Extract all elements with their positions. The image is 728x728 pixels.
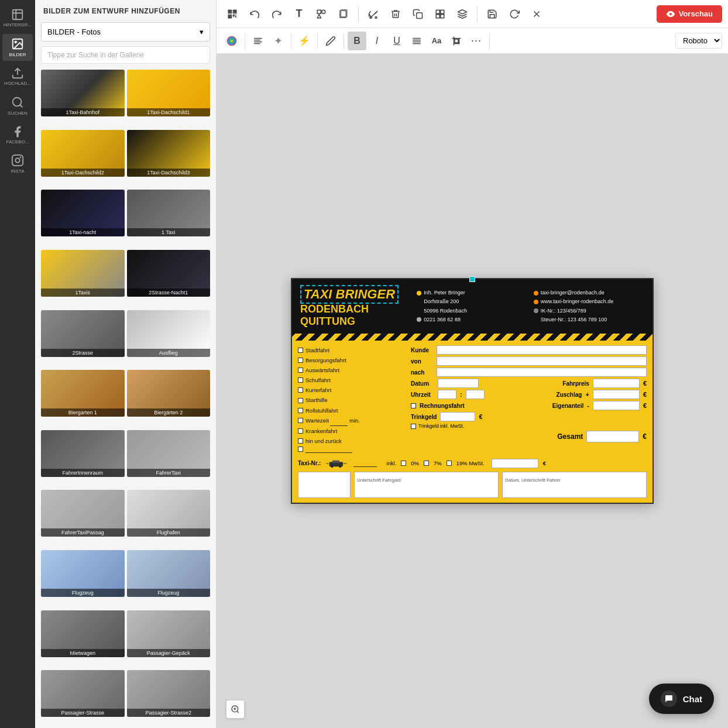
gallery-item-fahrertaxi[interactable]: FahrerTaxi [127, 430, 211, 477]
cb-hinundzurueck-box[interactable] [298, 438, 303, 444]
gallery-item-1taxis[interactable]: 1Taxis [41, 250, 125, 297]
gallery-item-flughafen[interactable]: Flughafen [127, 490, 211, 537]
align-button[interactable] [249, 32, 267, 50]
cb-hinundzurueck-label: hin und zurück [305, 436, 342, 446]
gallery-item-taxi-dachschild3[interactable]: 1Taxi-Dachschild3 [127, 130, 211, 177]
redo-button[interactable] [267, 4, 287, 24]
text-button[interactable]: T [289, 4, 309, 24]
italic-button[interactable]: I [368, 32, 386, 50]
zuschlag-input[interactable] [593, 390, 640, 399]
copy-button[interactable] [408, 4, 428, 24]
nach-input[interactable] [437, 368, 647, 377]
sidebar-item-hochladen[interactable]: HOCHLAD... [2, 63, 33, 90]
save-button[interactable] [482, 4, 502, 24]
close-button[interactable] [527, 4, 547, 24]
lightning-button[interactable]: ⚡ [295, 32, 314, 50]
tb2-divider-4 [344, 33, 344, 49]
font-select[interactable]: Roboto [675, 33, 722, 49]
gallery-item-fahrerinnenraum[interactable]: FahrerInnenraum [41, 430, 125, 477]
datum-input[interactable] [438, 379, 479, 388]
svg-point-3 [13, 97, 22, 106]
shapes-button[interactable] [311, 4, 331, 24]
cb-krankenfahrt-box[interactable] [298, 428, 303, 434]
gallery-item-passagier-strasse2[interactable]: Passagier-Strasse2 [127, 670, 211, 717]
gallery-item-passagier-strasse[interactable]: Passagier-Strasse [41, 670, 125, 717]
gesamt-input[interactable] [586, 431, 639, 442]
text-size-button[interactable]: Aa [427, 32, 446, 50]
fahrpreis-input[interactable] [593, 379, 640, 388]
cb-besorgungsfahrt-box[interactable] [298, 358, 303, 363]
cb-schulfahrt-box[interactable] [298, 377, 303, 383]
refresh-button[interactable] [504, 4, 524, 24]
von-input[interactable] [437, 356, 647, 366]
svg-point-18 [375, 16, 377, 18]
sidebar-item-bilder[interactable]: BILDER [2, 34, 33, 61]
bold-button[interactable]: B [348, 32, 366, 50]
receipt-title: TAXI BRINGER RODENBACH QUITTUNG [300, 285, 411, 328]
gallery-item-taxi-dachschild1[interactable]: 1Taxi-Dachschild1 [127, 70, 211, 116]
arrange-button[interactable] [430, 4, 450, 24]
cb-trinkgeld-mwst[interactable] [411, 424, 416, 429]
chat-widget[interactable]: Chat [649, 684, 714, 714]
gallery-item-2strasse-nacht1[interactable]: 2Strasse-Nacht1 [127, 250, 211, 297]
gallery-item-1taxi[interactable]: 1 Taxi [127, 190, 211, 236]
sidebar-item-hintergrund[interactable]: HINTERGR... [2, 5, 33, 32]
gallery-item-flugzeug2[interactable]: Flugzeug [127, 550, 211, 597]
gallery-item-flugzeug1[interactable]: Flugzeug [41, 550, 125, 597]
pen-button[interactable] [321, 32, 340, 50]
uhrzeit-input1[interactable] [438, 390, 456, 399]
cb-rechnung[interactable] [411, 403, 416, 408]
gallery-search-input[interactable]: Tippe zur Suche in der Gallerie [41, 46, 210, 64]
gallery-label-passagier-strasse: Passagier-Strasse [41, 709, 125, 717]
eigenanteil-input[interactable] [593, 401, 640, 410]
gallery-item-taxi-bahnhof[interactable]: 1Taxi-Bahnhof [41, 70, 125, 116]
sidebar-item-suchen[interactable]: SUCHEN [2, 92, 33, 119]
more-button[interactable]: ··· [467, 32, 486, 50]
cb-stadtfahrt: Stadtfahrt [298, 345, 406, 355]
pages-button[interactable] [334, 4, 353, 24]
color-button[interactable] [222, 32, 241, 50]
gallery-item-taxi-dachschild2[interactable]: 1Taxi-Dachschild2 [41, 130, 125, 177]
text-align-button[interactable] [407, 32, 426, 50]
preview-button[interactable]: Vorschau [657, 5, 722, 23]
cb-starthilfe-box[interactable] [298, 398, 303, 403]
cb-kurierfahrt-box[interactable] [298, 387, 303, 393]
cb-0pct[interactable] [401, 461, 406, 466]
sidebar-item-instagram[interactable]: INSTA [2, 150, 33, 177]
cb-extra-box[interactable] [298, 447, 303, 452]
uhrzeit-input2[interactable] [466, 390, 485, 399]
gallery-item-fahrertaxipassag[interactable]: FahrerTaxiPassag [41, 490, 125, 537]
cb-stadtfahrt-label: Stadtfahrt [305, 345, 329, 355]
selection-handle-top[interactable] [469, 276, 475, 282]
cb-wartezeit-box[interactable] [298, 418, 303, 423]
crop-button[interactable] [447, 32, 466, 50]
underline-label: U [393, 36, 400, 46]
cut-button[interactable] [363, 4, 383, 24]
zoom-control[interactable] [226, 700, 245, 719]
undo-button[interactable] [245, 4, 265, 24]
delete-button[interactable] [386, 4, 406, 24]
cb-rollstuhlfahrt-box[interactable] [298, 408, 303, 413]
gallery-item-taxi-nacht[interactable]: 1Taxi-nacht [41, 190, 125, 236]
gallery-item-biergarten1[interactable]: Biergarten 1 [41, 370, 125, 417]
layers-button[interactable] [452, 4, 472, 24]
cb-19pct[interactable] [447, 461, 452, 466]
qr-button[interactable] [222, 4, 242, 24]
sparkle-button[interactable]: ✦ [269, 32, 287, 50]
sidebar-item-facebook[interactable]: FACEBO... [2, 122, 33, 149]
cb-7pct[interactable] [424, 461, 429, 466]
mwst-amount-input[interactable] [492, 459, 538, 468]
cb-stadtfahrt-box[interactable] [298, 348, 303, 353]
gallery-item-ausflieg[interactable]: Ausflieg [127, 310, 211, 357]
cb-auswaertsfahrt-box[interactable] [298, 368, 303, 373]
gallery-item-biergarten2[interactable]: Biergärten 2 [127, 370, 211, 417]
underline-button[interactable]: U [387, 32, 406, 50]
cb-hinundzurueck: hin und zurück [298, 436, 406, 446]
gallery-item-2strasse[interactable]: 2Strasse [41, 310, 125, 357]
gallery-item-passagier-gepaeck[interactable]: Passagier-Gepäck [127, 610, 211, 657]
category-dropdown[interactable]: BILDER - Fotos ▾ [41, 22, 210, 42]
kunde-input[interactable] [437, 345, 647, 355]
trinkgeld-input[interactable] [440, 412, 475, 421]
gallery-item-mietwagen[interactable]: Mietwagen [41, 610, 125, 657]
svg-rect-10 [229, 11, 231, 12]
